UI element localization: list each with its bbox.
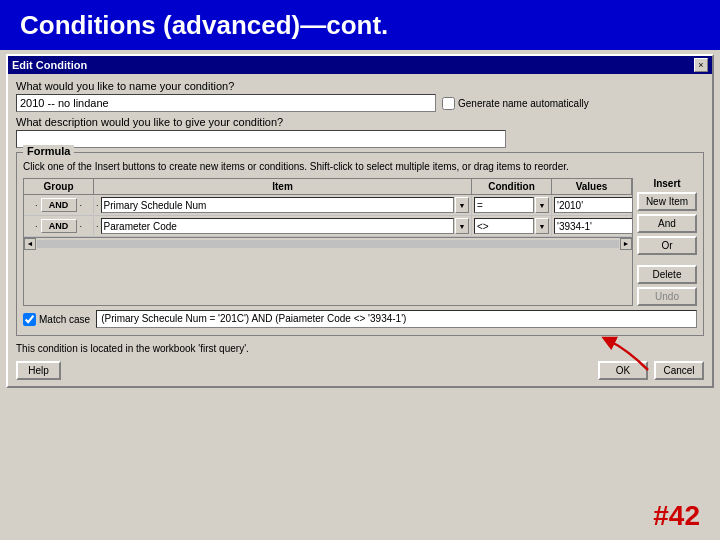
match-case-checkbox-label: Match case bbox=[23, 313, 90, 326]
table-header: Group Item Condition Values bbox=[24, 179, 632, 195]
desc-label: What description would you like to give … bbox=[16, 116, 704, 128]
auto-generate-checkbox[interactable] bbox=[442, 97, 455, 110]
or-button[interactable]: Or bbox=[637, 236, 697, 255]
scroll-left-btn[interactable]: ◄ bbox=[24, 238, 36, 250]
name-input-row: Generate name automatically bbox=[16, 94, 704, 112]
name-input[interactable] bbox=[16, 94, 436, 112]
row1-condition-cell: ▼ bbox=[472, 195, 552, 215]
horizontal-scrollbar[interactable]: ◄ ► bbox=[24, 237, 632, 249]
row2-item-cell: · ▼ bbox=[94, 216, 472, 236]
dialog-title-label: Edit Condition bbox=[12, 59, 87, 71]
match-case-label-text: Match case bbox=[39, 314, 90, 325]
formula-legend: Formula bbox=[23, 145, 74, 157]
row2-item-dropdown[interactable]: ▼ bbox=[455, 218, 469, 234]
row2-values-input[interactable] bbox=[554, 218, 633, 234]
row1-item-input[interactable] bbox=[101, 197, 454, 213]
col-group: Group bbox=[24, 179, 94, 194]
insert-panel: Insert New Item And Or Delete Undo bbox=[637, 178, 697, 306]
formula-instruction: Click one of the Insert buttons to creat… bbox=[23, 161, 697, 172]
dialog-close-button[interactable]: × bbox=[694, 58, 708, 72]
new-item-button[interactable]: New Item bbox=[637, 192, 697, 211]
scroll-track[interactable] bbox=[37, 240, 619, 248]
delete-button[interactable]: Delete bbox=[637, 265, 697, 284]
col-values: Values bbox=[552, 179, 632, 194]
page-title: Conditions (advanced)—cont. bbox=[20, 10, 388, 41]
and-button[interactable]: And bbox=[637, 214, 697, 233]
table-row: · AND · · ▼ ▼ bbox=[24, 195, 632, 216]
row2-values-cell: ▼ bbox=[552, 216, 632, 236]
row2-dot1: · bbox=[35, 221, 38, 231]
row1-item-dropdown[interactable]: ▼ bbox=[455, 197, 469, 213]
row2-item-dot: · bbox=[96, 221, 99, 231]
title-bar: Conditions (advanced)—cont. bbox=[0, 0, 720, 50]
condition-table: Group Item Condition Values · AND · bbox=[23, 178, 633, 306]
auto-generate-label: Generate name automatically bbox=[442, 97, 589, 110]
row1-dot2: · bbox=[80, 200, 83, 210]
slide-number: #42 bbox=[653, 500, 700, 532]
scroll-right-btn[interactable]: ► bbox=[620, 238, 632, 250]
insert-label: Insert bbox=[637, 178, 697, 189]
row1-and-btn[interactable]: AND bbox=[41, 198, 77, 212]
formula-group: Formula Click one of the Insert buttons … bbox=[16, 152, 704, 336]
col-condition: Condition bbox=[472, 179, 552, 194]
row2-condition-cell: ▼ bbox=[472, 216, 552, 236]
row1-group-cell: · AND · bbox=[24, 196, 94, 214]
match-case-checkbox[interactable] bbox=[23, 313, 36, 326]
match-case-row: Match case (Primary Schecule Num = '201C… bbox=[23, 310, 697, 328]
name-label: What would you like to name your conditi… bbox=[16, 80, 704, 92]
row1-values-cell: ▼ bbox=[552, 195, 632, 215]
dialog-title-bar: Edit Condition × bbox=[8, 56, 712, 74]
cancel-button[interactable]: Cancel bbox=[654, 361, 704, 380]
undo-button[interactable]: Undo bbox=[637, 287, 697, 306]
row1-dot1: · bbox=[35, 200, 38, 210]
name-row: What would you like to name your conditi… bbox=[16, 80, 704, 112]
help-button[interactable]: Help bbox=[16, 361, 61, 380]
row1-values-input[interactable] bbox=[554, 197, 633, 213]
formula-display: (Primary Schecule Num = '201C') AND (Pai… bbox=[96, 310, 697, 328]
row2-item-input[interactable] bbox=[101, 218, 454, 234]
table-area: Group Item Condition Values · AND · bbox=[23, 178, 697, 306]
table-row: · AND · · ▼ ▼ bbox=[24, 216, 632, 237]
row1-item-dot: · bbox=[96, 200, 99, 210]
row1-condition-dropdown[interactable]: ▼ bbox=[535, 197, 549, 213]
desc-input[interactable] bbox=[16, 130, 506, 148]
row1-condition-input[interactable] bbox=[474, 197, 534, 213]
row2-group-cell: · AND · bbox=[24, 217, 94, 235]
row1-item-cell: · ▼ bbox=[94, 195, 472, 215]
row2-and-btn[interactable]: AND bbox=[41, 219, 77, 233]
description-row: What description would you like to give … bbox=[16, 116, 704, 148]
row2-condition-dropdown[interactable]: ▼ bbox=[535, 218, 549, 234]
row2-dot2: · bbox=[80, 221, 83, 231]
col-item: Item bbox=[94, 179, 472, 194]
red-arrow bbox=[598, 335, 653, 375]
row2-condition-input[interactable] bbox=[474, 218, 534, 234]
